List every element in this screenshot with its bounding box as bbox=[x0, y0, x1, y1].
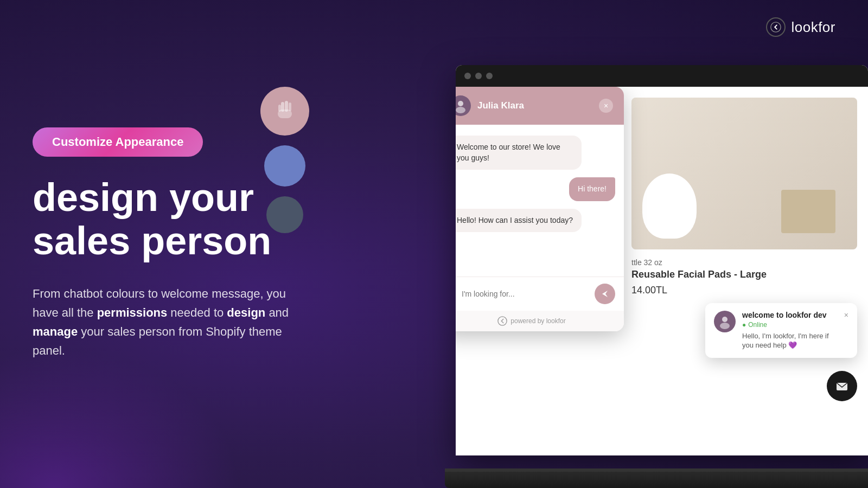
product-area: less. ttle 32 oz Reusable Facial Pads - … bbox=[621, 87, 868, 455]
circle-dark[interactable] bbox=[266, 196, 303, 233]
chat-header-left: Julia Klara bbox=[456, 95, 524, 116]
logo-icon bbox=[766, 17, 786, 37]
product-brand-label: less. bbox=[805, 206, 825, 217]
top-logo: lookfor bbox=[766, 17, 835, 37]
chat-header: Julia Klara × bbox=[456, 87, 624, 125]
chat-input-field[interactable] bbox=[462, 290, 589, 298]
product-partial-label: ttle 32 oz bbox=[631, 258, 857, 267]
notif-status: Online bbox=[742, 321, 838, 329]
body-text: From chatbot colours to welcome message,… bbox=[33, 284, 304, 361]
hand-icon bbox=[260, 87, 309, 136]
laptop-base bbox=[445, 472, 868, 488]
browser-dot-1 bbox=[464, 73, 471, 79]
notification-popup: welcome to lookfor dev Online Hello, I'm… bbox=[705, 303, 857, 358]
browser-content: less. ttle 32 oz Reusable Facial Pads - … bbox=[456, 87, 868, 455]
message-2: Hi there! bbox=[569, 177, 615, 201]
chat-bubble-button[interactable] bbox=[827, 371, 857, 401]
product-image-container: less. bbox=[631, 98, 857, 249]
chat-input-area: ↻ bbox=[456, 277, 624, 311]
right-section: less. ttle 32 oz Reusable Facial Pads - … bbox=[326, 0, 868, 488]
color-circles bbox=[260, 87, 309, 233]
product-image: less. bbox=[631, 98, 857, 249]
chat-footer: powered by lookfor bbox=[456, 311, 624, 331]
svg-point-8 bbox=[456, 107, 465, 113]
product-price: 14.00TL bbox=[631, 285, 857, 296]
message-1: Welcome to our store! We love you guys! bbox=[456, 136, 582, 170]
browser-bar bbox=[456, 65, 868, 87]
chat-footer-text: powered by lookfor bbox=[510, 317, 565, 325]
browser-dot-2 bbox=[475, 73, 482, 79]
white-blob-shape bbox=[642, 174, 697, 239]
svg-point-9 bbox=[498, 317, 507, 325]
svg-rect-6 bbox=[278, 110, 292, 118]
notif-avatar bbox=[714, 311, 736, 332]
svg-point-11 bbox=[720, 323, 730, 329]
left-content: Customize Appearance design yoursales pe… bbox=[0, 0, 336, 488]
chat-messages: Welcome to our store! We love you guys! … bbox=[456, 125, 624, 277]
logo-text: lookfor bbox=[791, 19, 835, 36]
notif-content: welcome to lookfor dev Online Hello, I'm… bbox=[742, 311, 838, 350]
circle-blue[interactable] bbox=[264, 145, 305, 187]
notif-close-button[interactable]: × bbox=[844, 311, 848, 319]
svg-point-7 bbox=[458, 101, 463, 106]
chat-widget: Julia Klara × Welcome to our store! We l… bbox=[456, 87, 624, 331]
notif-title: welcome to lookfor dev bbox=[742, 311, 838, 319]
product-title: Reusable Facial Pads - Large bbox=[631, 269, 857, 280]
svg-point-0 bbox=[771, 22, 781, 32]
circle-pink[interactable] bbox=[260, 87, 309, 136]
chat-agent-name: Julia Klara bbox=[477, 100, 524, 111]
browser-screen: less. ttle 32 oz Reusable Facial Pads - … bbox=[456, 65, 868, 455]
chat-send-button[interactable] bbox=[595, 284, 615, 304]
message-3: Hello! How can I assist you today? bbox=[456, 209, 582, 233]
chat-close-button[interactable]: × bbox=[599, 99, 613, 113]
chat-avatar bbox=[456, 95, 471, 116]
customize-appearance-button[interactable]: Customize Appearance bbox=[33, 127, 203, 157]
refresh-icon[interactable]: ↻ bbox=[456, 288, 456, 300]
svg-point-10 bbox=[722, 317, 727, 322]
notif-message: Hello, I'm lookfor, I'm here if you need… bbox=[742, 332, 838, 350]
laptop-mockup: less. ttle 32 oz Reusable Facial Pads - … bbox=[347, 65, 868, 488]
browser-dot-3 bbox=[486, 73, 493, 79]
